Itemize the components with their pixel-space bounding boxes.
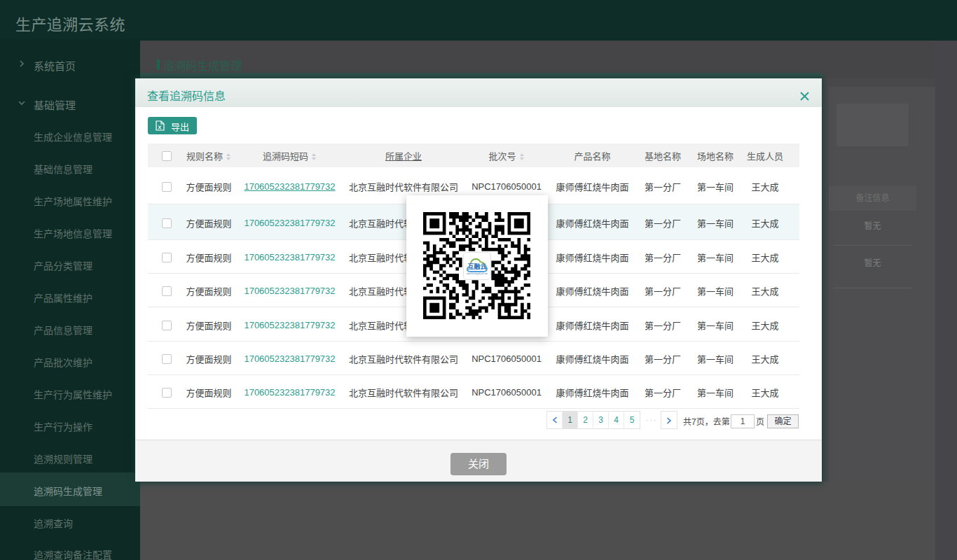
svg-text:www.hurongcloud.com: www.hurongcloud.com bbox=[467, 272, 488, 275]
svg-text:互融云: 互融云 bbox=[467, 262, 486, 270]
